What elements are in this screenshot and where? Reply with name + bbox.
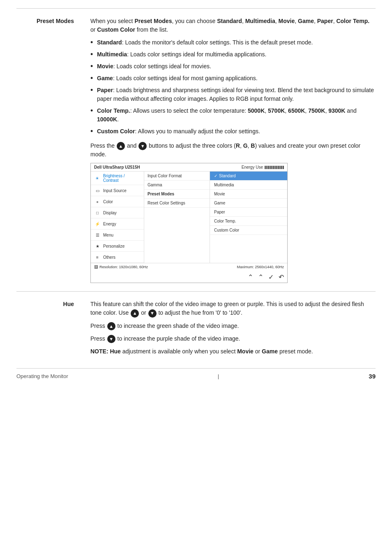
up-button-icon: ▲ xyxy=(117,142,125,150)
preset-modes-section: Preset Modes When you select Preset Mode… xyxy=(16,9,376,292)
sidebar-item-energy[interactable]: ⚡ Energy xyxy=(91,218,144,230)
others-icon: ≡ xyxy=(94,254,101,260)
osd-energy: Energy Use xyxy=(242,165,284,169)
submenu-item-movie[interactable]: Movie xyxy=(210,190,287,199)
page-footer: Operating the Monitor | 39 xyxy=(16,369,376,380)
preset-modes-label: Preset Modes xyxy=(16,17,82,283)
main-item-gamma[interactable]: Gamma xyxy=(144,181,210,190)
monitor-icon: 🖼 xyxy=(94,265,98,269)
resolution-text: Resolution: 1920x1080, 60Hz xyxy=(99,265,148,269)
up-ctrl-2[interactable]: ⌃ xyxy=(258,273,263,281)
down-button-icon: ▼ xyxy=(138,142,147,150)
up-button-hue-2: ▲ xyxy=(107,322,115,330)
main-item-preset-modes[interactable]: Preset Modes xyxy=(144,190,210,199)
preset-modes-intro: When you select Preset Modes, you can ch… xyxy=(90,17,376,34)
sidebar-item-personalize[interactable]: ★ Personalize xyxy=(91,241,144,252)
submenu-item-color-temp[interactable]: Color Temp. xyxy=(210,217,287,226)
color-icon: ● xyxy=(94,198,101,205)
list-item: Multimedia: Loads color settings ideal f… xyxy=(90,50,376,59)
list-item: Game: Loads color settings ideal for mos… xyxy=(90,74,376,83)
submenu-item-custom-color[interactable]: Custom Color xyxy=(210,226,287,235)
main-item-reset-color[interactable]: Reset Color Settings xyxy=(144,199,210,208)
osd-body: ☀ Brightness / Contrast ▭ Input Source ●… xyxy=(91,172,287,263)
osd-title: Dell UltraSharp U2515H xyxy=(94,165,140,169)
osd-sidebar: ☀ Brightness / Contrast ▭ Input Source ●… xyxy=(91,172,144,263)
brightness-icon: ☀ xyxy=(94,175,101,181)
osd-display: Dell UltraSharp U2515H Energy Use xyxy=(90,163,288,283)
osd-header: Dell UltraSharp U2515H Energy Use xyxy=(91,163,287,172)
up-button-hue: ▲ xyxy=(131,309,139,318)
back-ctrl[interactable]: ↶ xyxy=(279,273,284,281)
sidebar-item-display[interactable]: □ Display xyxy=(91,207,144,218)
submenu-item-standard[interactable]: ✓ Standard xyxy=(210,172,287,181)
page: Preset Modes When you select Preset Mode… xyxy=(0,0,392,392)
list-item: Color Temp.: Allows users to select the … xyxy=(90,107,376,124)
preset-modes-content: When you select Preset Modes, you can ch… xyxy=(82,17,376,283)
osd-main-menu: Input Color Format Gamma Preset Modes Re… xyxy=(144,172,210,263)
list-item: Paper: Loads brightness and sharpness se… xyxy=(90,86,376,103)
preset-modes-after-text: Press the ▲ and ▼ buttons to adjust the … xyxy=(90,142,376,159)
preset-modes-list: Standard: Loads the monitor's default co… xyxy=(90,38,376,136)
hue-para-2: Press ▲ to increase the green shade of t… xyxy=(90,322,376,330)
hue-content: This feature can shift the color of the … xyxy=(82,300,376,360)
submenu-item-paper[interactable]: Paper xyxy=(210,208,287,217)
max-resolution-text: Maximum: 2560x1440, 60Hz xyxy=(237,265,284,269)
display-icon: □ xyxy=(94,209,101,216)
check-ctrl[interactable]: ✓ xyxy=(268,273,274,281)
star-icon: ★ xyxy=(94,243,101,249)
main-item-input-color[interactable]: Input Color Format xyxy=(144,172,210,181)
sidebar-item-input[interactable]: ▭ Input Source xyxy=(91,185,144,196)
sidebar-item-menu[interactable]: ☰ Menu xyxy=(91,230,144,241)
checkmark-icon: ✓ xyxy=(214,174,217,178)
sidebar-item-color[interactable]: ● Color xyxy=(91,196,144,207)
sidebar-item-brightness[interactable]: ☀ Brightness / Contrast xyxy=(91,172,144,185)
list-item: Standard: Loads the monitor's default co… xyxy=(90,38,376,47)
osd-controls: ⌃ ⌃ ✓ ↶ xyxy=(91,271,287,283)
submenu-item-multimedia[interactable]: Multimedia xyxy=(210,181,287,190)
up-ctrl-1[interactable]: ⌃ xyxy=(248,273,253,281)
list-item: Custom Color: Allows you to manually adj… xyxy=(90,127,376,136)
input-icon: ▭ xyxy=(94,187,101,194)
down-button-hue-3: ▼ xyxy=(107,335,115,343)
sidebar-item-others[interactable]: ≡ Others xyxy=(91,252,144,263)
osd-footer-left: 🖼 Resolution: 1920x1080, 60Hz xyxy=(94,265,148,269)
menu-icon: ☰ xyxy=(94,232,101,238)
submenu-item-game[interactable]: Game xyxy=(210,199,287,208)
footer-separator: | xyxy=(218,373,219,379)
page-number: 39 xyxy=(369,373,376,380)
osd-submenu: ✓ Standard Multimedia Movie Game Paper C… xyxy=(210,172,287,263)
osd-footer: 🖼 Resolution: 1920x1080, 60Hz Maximum: 2… xyxy=(91,263,287,271)
hue-label: Hue xyxy=(16,300,82,360)
hue-note: NOTE: Hue adjustment is available only w… xyxy=(90,347,376,356)
hue-para-3: Press ▼ to increase the purple shade of … xyxy=(90,334,376,343)
footer-left-text: Operating the Monitor xyxy=(16,373,68,379)
hue-section: Hue This feature can shift the color of … xyxy=(16,292,376,369)
energy-icon: ⚡ xyxy=(94,220,101,227)
list-item: Movie: Loads color settings ideal for mo… xyxy=(90,62,376,71)
energy-bar xyxy=(265,166,284,169)
down-button-hue: ▼ xyxy=(148,309,157,318)
hue-para-1: This feature can shift the color of the … xyxy=(90,300,376,317)
